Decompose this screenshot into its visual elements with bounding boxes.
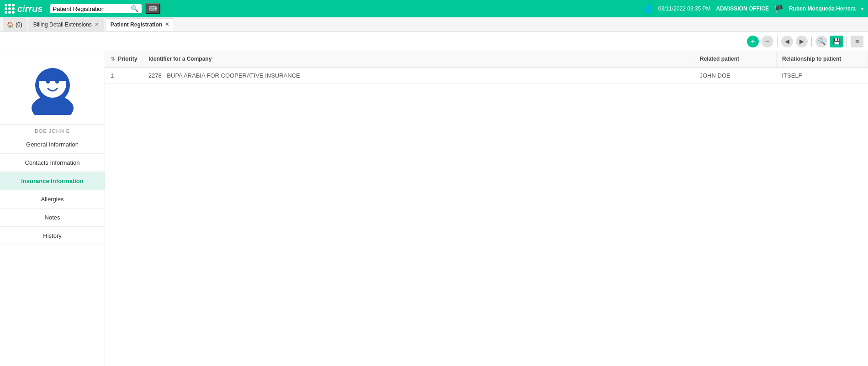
datetime: 03/11/2022 03:35 PM [658,5,711,12]
flag-icon: 🏴 [774,5,783,13]
top-bar-right: 🌐 03/11/2022 03:35 PM ADMISSION OFFICE 🏴… [644,5,863,13]
toolbar-separator-3 [847,37,847,47]
tab-patient-reg-close[interactable]: ✕ [165,21,169,27]
tab-bar: 🏠 (0) Billing Detail Extensions ✕ Patien… [0,17,868,32]
toolbar: + − ◀ ▶ 🔍 💾 ≡ [0,32,868,51]
sidebar-item-general-label: General Information [26,141,79,148]
globe-icon: 🌐 [644,5,653,13]
sidebar-nav: General Information Contacts Information… [0,136,105,245]
search-box[interactable]: 🔍 [50,4,142,13]
tab-billing-label: Billing Detail Extensions [33,21,92,28]
sort-arrows-priority: ⇅ [111,56,115,62]
sidebar-item-insurance-label: Insurance Information [21,178,84,184]
sidebar-item-insurance[interactable]: Insurance Information [0,172,105,190]
sidebar-item-contacts-label: Contacts Information [25,159,80,166]
prev-button[interactable]: ◀ [781,36,793,47]
tab-patient-registration[interactable]: Patient Registration ✕ [106,18,174,31]
sidebar: DOE JOHN E General Information Contacts … [0,51,105,366]
cell-identifier: 2278 - BUPA ARABIA FOR COOPERATIVE INSUR… [143,67,694,84]
cell-priority: 1 [105,67,143,84]
sidebar-item-notes-label: Notes [45,214,60,221]
col-priority-header[interactable]: ⇅ Priority [105,51,143,67]
search-button[interactable]: 🔍 [131,5,138,12]
col-related-header: Related patient [694,51,777,67]
cell-related: JOHN DOE [694,67,777,84]
sidebar-item-notes[interactable]: Notes [0,209,105,227]
main-layout: DOE JOHN E General Information Contacts … [0,51,868,366]
search-toolbar-button[interactable]: 🔍 [815,36,827,47]
search-input[interactable] [53,5,131,12]
col-relationship-header: Relationship to patient [777,51,868,67]
table-row[interactable]: 1 2278 - BUPA ARABIA FOR COOPERATIVE INS… [105,67,868,84]
remove-button[interactable]: − [762,36,773,47]
insurance-table: ⇅ Priority Identifier for a Company Rela… [105,51,868,84]
save-button[interactable]: 💾 [830,36,843,47]
patient-avatar [25,60,80,115]
next-button[interactable]: ▶ [796,36,808,47]
user-name: Ruben Mosqueda Herrera [789,5,856,12]
add-button[interactable]: + [747,36,759,47]
sidebar-item-history-label: History [43,232,61,239]
tab-home[interactable]: 🏠 (0) [3,18,26,31]
table-body: 1 2278 - BUPA ARABIA FOR COOPERATIVE INS… [105,67,868,84]
top-bar: cirrus 🔍 ⌨ 🌐 03/11/2022 03:35 PM ADMISSI… [0,0,868,17]
user-dropdown-arrow[interactable]: ▾ [861,6,863,11]
home-tab-label: (0) [16,21,22,28]
logo-text: cirrus [17,4,43,14]
table-header: ⇅ Priority Identifier for a Company Rela… [105,51,868,67]
home-icon: 🏠 [7,21,14,28]
list-button[interactable]: ≡ [851,36,863,47]
sidebar-item-allergies[interactable]: Allergies [0,190,105,209]
sidebar-item-contacts[interactable]: Contacts Information [0,154,105,172]
cell-relationship: ITSELF [777,67,868,84]
sidebar-item-general[interactable]: General Information [0,136,105,154]
col-identifier-header: Identifier for a Company [143,51,694,67]
location: ADMISSION OFFICE [716,5,769,12]
tab-patient-reg-label: Patient Registration [111,21,162,28]
toolbar-separator-2 [811,37,812,47]
tab-billing-close[interactable]: ✕ [95,21,99,27]
logo-dots [5,4,15,14]
keyboard-button[interactable]: ⌨ [145,3,160,14]
toolbar-separator-1 [777,37,778,47]
logo: cirrus [5,4,43,14]
tab-billing[interactable]: Billing Detail Extensions ✕ [28,18,104,31]
sidebar-item-allergies-label: Allergies [41,196,64,203]
patient-name: DOE JOHN E [0,124,105,136]
content-area: ⇅ Priority Identifier for a Company Rela… [105,51,868,366]
sidebar-item-history[interactable]: History [0,227,105,245]
